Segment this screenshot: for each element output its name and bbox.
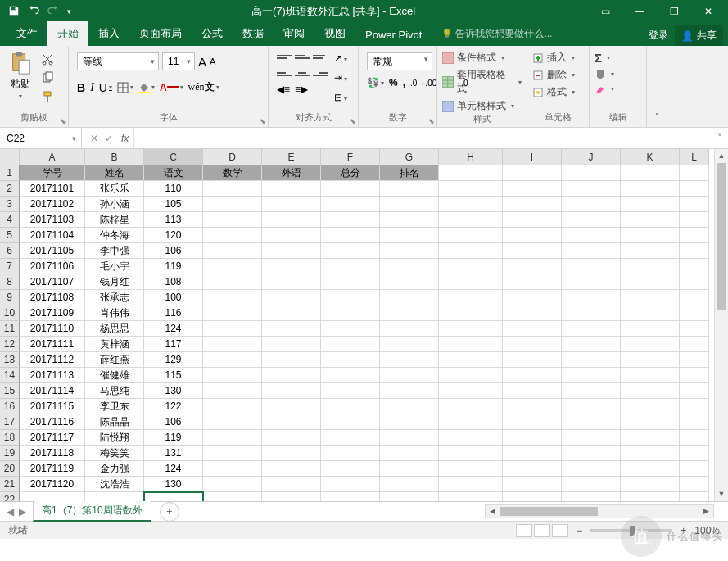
cell[interactable] bbox=[621, 274, 680, 290]
cell[interactable] bbox=[439, 477, 503, 492]
zoom-in-icon[interactable]: + bbox=[681, 525, 686, 536]
cell[interactable] bbox=[621, 430, 680, 446]
cell[interactable] bbox=[680, 259, 709, 274]
minimize-button[interactable]: — bbox=[630, 6, 649, 17]
cell[interactable] bbox=[562, 181, 621, 197]
tab-home[interactable]: 开始 bbox=[47, 21, 88, 46]
cell[interactable] bbox=[321, 399, 380, 414]
cell[interactable] bbox=[439, 165, 503, 181]
align-center-icon[interactable] bbox=[295, 67, 310, 79]
cell[interactable] bbox=[321, 259, 380, 274]
cell[interactable] bbox=[439, 274, 503, 290]
cell[interactable] bbox=[203, 477, 262, 492]
delete-cells-button[interactable]: 删除 bbox=[532, 68, 584, 82]
cell[interactable] bbox=[621, 165, 680, 181]
tab-layout[interactable]: 页面布局 bbox=[129, 21, 192, 46]
cell[interactable] bbox=[562, 492, 621, 501]
cell[interactable] bbox=[503, 383, 562, 399]
cell[interactable] bbox=[380, 290, 439, 305]
row-header-19[interactable]: 19 bbox=[0, 446, 20, 461]
scroll-left-icon[interactable]: ◀ bbox=[486, 505, 500, 518]
cell[interactable] bbox=[321, 430, 380, 446]
cancel-formula-icon[interactable]: ✕ bbox=[90, 133, 98, 144]
cell[interactable] bbox=[503, 461, 562, 477]
cell[interactable] bbox=[621, 352, 680, 368]
restore-button[interactable]: ❐ bbox=[664, 6, 684, 17]
cell[interactable] bbox=[262, 492, 321, 501]
cell[interactable]: 排名 bbox=[380, 165, 439, 181]
cell[interactable]: 陈梓星 bbox=[85, 212, 144, 228]
cell[interactable] bbox=[503, 446, 562, 461]
close-button[interactable]: ✕ bbox=[699, 6, 718, 17]
cell[interactable] bbox=[380, 337, 439, 352]
cell[interactable] bbox=[680, 446, 709, 461]
cell[interactable] bbox=[503, 274, 562, 290]
insert-cells-button[interactable]: 插入 bbox=[532, 51, 584, 65]
cell[interactable] bbox=[680, 430, 709, 446]
cell[interactable] bbox=[203, 414, 262, 430]
cell[interactable] bbox=[262, 212, 321, 228]
cell[interactable] bbox=[439, 337, 503, 352]
cut-icon[interactable] bbox=[41, 52, 54, 68]
cell[interactable] bbox=[380, 368, 439, 383]
cell[interactable] bbox=[680, 290, 709, 305]
cell[interactable] bbox=[439, 305, 503, 321]
cell[interactable] bbox=[380, 243, 439, 259]
cell[interactable] bbox=[562, 305, 621, 321]
paste-button[interactable]: 粘贴 ▾ bbox=[5, 49, 36, 111]
cell[interactable]: 106 bbox=[144, 414, 203, 430]
phonetic-button[interactable]: wén文 bbox=[188, 80, 219, 94]
cell[interactable] bbox=[680, 305, 709, 321]
cell[interactable] bbox=[262, 228, 321, 243]
cell[interactable] bbox=[203, 197, 262, 212]
cell[interactable]: 131 bbox=[144, 446, 203, 461]
save-icon[interactable] bbox=[8, 5, 20, 19]
cell[interactable] bbox=[380, 352, 439, 368]
cell[interactable]: 122 bbox=[144, 399, 203, 414]
cell[interactable] bbox=[621, 197, 680, 212]
cell[interactable] bbox=[203, 321, 262, 337]
cell[interactable] bbox=[262, 477, 321, 492]
cell[interactable] bbox=[20, 492, 85, 501]
cell[interactable] bbox=[380, 492, 439, 501]
row-header-20[interactable]: 20 bbox=[0, 461, 20, 477]
increase-decimal-icon[interactable]: .0→.00 bbox=[410, 79, 436, 88]
cell[interactable]: 李卫东 bbox=[85, 399, 144, 414]
cell[interactable] bbox=[380, 274, 439, 290]
cell[interactable]: 106 bbox=[144, 243, 203, 259]
cell[interactable] bbox=[680, 383, 709, 399]
cell[interactable]: 119 bbox=[144, 430, 203, 446]
cell[interactable] bbox=[321, 243, 380, 259]
cell[interactable]: 119 bbox=[144, 259, 203, 274]
cell[interactable] bbox=[562, 165, 621, 181]
expand-formula-bar-icon[interactable]: ˅ bbox=[712, 133, 728, 144]
align-left-icon[interactable] bbox=[277, 67, 292, 79]
cell[interactable] bbox=[262, 414, 321, 430]
row-header-10[interactable]: 10 bbox=[0, 305, 20, 321]
cell[interactable] bbox=[562, 243, 621, 259]
col-header-K[interactable]: K bbox=[621, 149, 680, 165]
row-header-11[interactable]: 11 bbox=[0, 321, 20, 337]
cell[interactable]: 沈浩浩 bbox=[85, 477, 144, 492]
cell[interactable] bbox=[562, 321, 621, 337]
cell[interactable] bbox=[562, 228, 621, 243]
cell[interactable] bbox=[439, 414, 503, 430]
cell[interactable] bbox=[321, 414, 380, 430]
cell[interactable] bbox=[321, 305, 380, 321]
cell[interactable] bbox=[262, 321, 321, 337]
cell[interactable]: 20171107 bbox=[20, 274, 85, 290]
cell[interactable] bbox=[380, 228, 439, 243]
cell[interactable]: 陆悦翔 bbox=[85, 430, 144, 446]
col-header-F[interactable]: F bbox=[321, 149, 380, 165]
number-format-select[interactable]: 常规 bbox=[367, 52, 432, 70]
cell[interactable] bbox=[203, 305, 262, 321]
cell[interactable] bbox=[380, 430, 439, 446]
cell[interactable]: 20171110 bbox=[20, 321, 85, 337]
share-button[interactable]: 👤共享 bbox=[675, 25, 723, 46]
cell[interactable]: 语文 bbox=[144, 165, 203, 181]
cell[interactable] bbox=[203, 212, 262, 228]
row-header-13[interactable]: 13 bbox=[0, 352, 20, 368]
cell[interactable] bbox=[562, 414, 621, 430]
cell[interactable] bbox=[503, 368, 562, 383]
autosum-button[interactable]: Σ bbox=[595, 51, 641, 65]
